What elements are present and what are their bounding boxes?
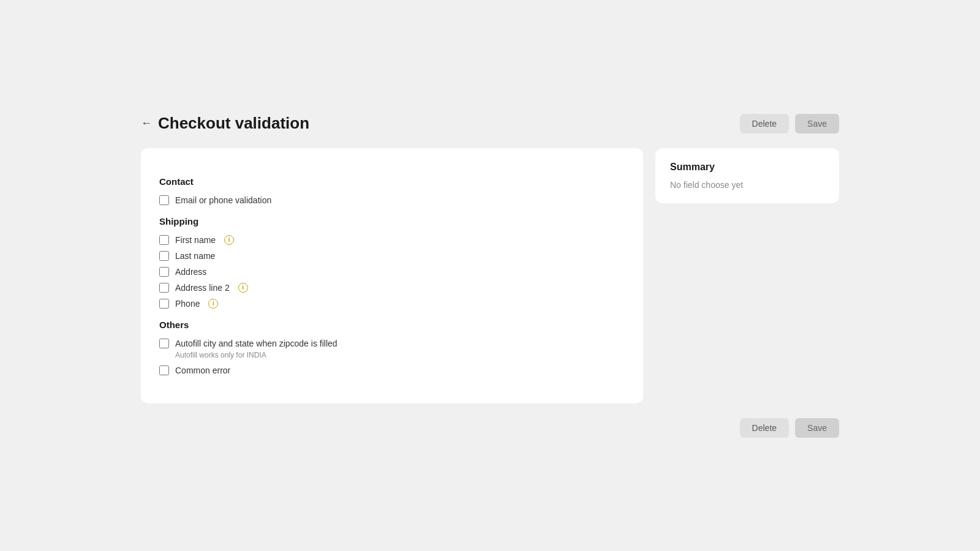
shipping-section: Shipping First name i Last name Address (159, 216, 625, 309)
email-phone-checkbox[interactable] (159, 195, 169, 205)
email-phone-label: Email or phone validation (175, 195, 271, 205)
page-header: ← Checkout validation Delete Save (141, 114, 839, 133)
summary-empty-text: No field choose yet (670, 180, 824, 190)
last-name-label: Last name (175, 251, 215, 261)
common-error-checkbox[interactable] (159, 365, 169, 375)
autofill-city-row: Autofill city and state when zipcode is … (159, 339, 625, 348)
address-line-2-checkbox[interactable] (159, 283, 169, 293)
address-line-2-row: Address line 2 i (159, 283, 625, 293)
contact-section-title: Contact (159, 176, 625, 187)
address-row: Address (159, 267, 625, 277)
address-line-2-label: Address line 2 (175, 283, 230, 293)
common-error-row: Common error (159, 365, 625, 375)
last-name-row: Last name (159, 251, 625, 261)
autofill-city-sublabel: Autofill works only for INDIA (175, 351, 625, 359)
address-checkbox[interactable] (159, 267, 169, 277)
header-actions: Delete Save (740, 114, 839, 133)
bottom-save-button[interactable]: Save (795, 418, 839, 438)
address-line-2-info-icon[interactable]: i (238, 283, 248, 293)
first-name-info-icon[interactable]: i (224, 235, 234, 245)
last-name-checkbox[interactable] (159, 251, 169, 261)
contact-section: Contact Email or phone validation (159, 176, 625, 205)
phone-label: Phone (175, 299, 200, 309)
main-content: Contact Email or phone validation Shippi… (141, 148, 839, 403)
summary-title: Summary (670, 162, 824, 173)
email-phone-row: Email or phone validation (159, 195, 625, 205)
phone-info-icon[interactable]: i (208, 299, 218, 309)
others-section: Others Autofill city and state when zipc… (159, 320, 625, 375)
save-button[interactable]: Save (795, 114, 839, 133)
summary-panel: Summary No field choose yet (655, 148, 839, 203)
page-wrapper: ← Checkout validation Delete Save Contac… (141, 89, 839, 462)
shipping-section-title: Shipping (159, 216, 625, 227)
phone-checkbox[interactable] (159, 299, 169, 309)
first-name-label: First name (175, 235, 216, 245)
bottom-actions: Delete Save (141, 418, 839, 438)
address-label: Address (175, 267, 206, 277)
first-name-checkbox[interactable] (159, 235, 169, 245)
header-left: ← Checkout validation (141, 114, 309, 133)
delete-button[interactable]: Delete (740, 114, 789, 133)
back-arrow-icon[interactable]: ← (141, 117, 152, 130)
page-title: Checkout validation (158, 114, 309, 133)
common-error-label: Common error (175, 365, 230, 375)
bottom-delete-button[interactable]: Delete (740, 418, 789, 438)
autofill-city-label: Autofill city and state when zipcode is … (175, 339, 337, 348)
others-section-title: Others (159, 320, 625, 330)
autofill-city-checkbox[interactable] (159, 339, 169, 348)
first-name-row: First name i (159, 235, 625, 245)
phone-row: Phone i (159, 299, 625, 309)
left-panel: Contact Email or phone validation Shippi… (141, 148, 643, 403)
